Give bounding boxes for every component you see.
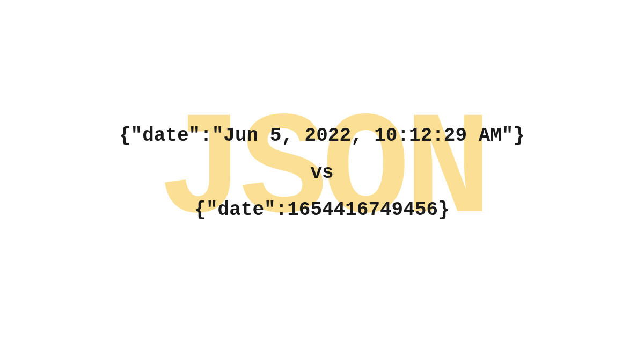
- vs-separator: vs: [310, 162, 333, 184]
- json-date-timestamp-example: {"date":1654416749456}: [194, 199, 449, 221]
- comparison-block: {"date":"Jun 5, 2022, 10:12:29 AM"} vs {…: [119, 125, 525, 221]
- json-date-string-example: {"date":"Jun 5, 2022, 10:12:29 AM"}: [119, 125, 525, 147]
